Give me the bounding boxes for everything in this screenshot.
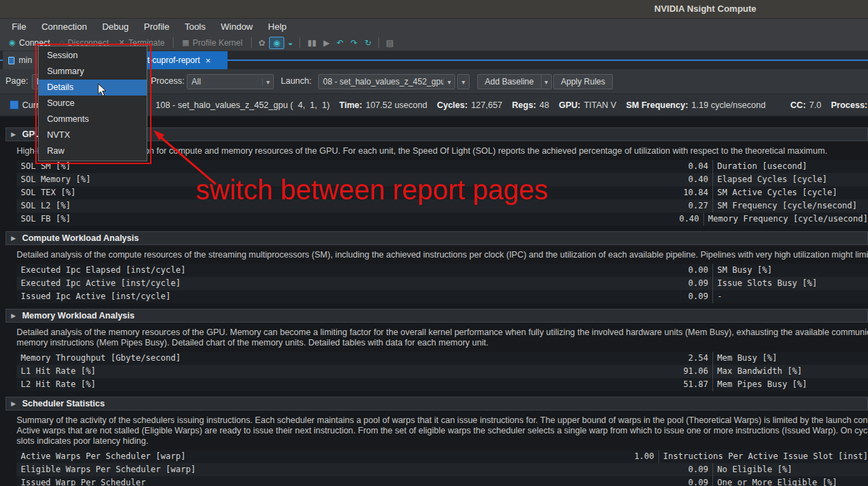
metric-name: SOL SM [%] <box>21 160 71 173</box>
profile-series-icon[interactable]: ◒ <box>284 37 296 48</box>
table-row: Issued Warp Per Scheduler0.09 One or Mor… <box>17 476 868 486</box>
section-header-scheduler-statistics[interactable]: ▶ Scheduler Statistics <box>6 397 868 411</box>
menu-debug[interactable]: Debug <box>95 20 136 34</box>
report-icon[interactable]: ▤ <box>382 37 397 48</box>
expander-icon: ▶ <box>11 235 16 242</box>
metrics-table: Memory Throughput [Gbyte/second]2.54 Mem… <box>17 352 868 391</box>
menu-file[interactable]: File <box>4 20 34 34</box>
page-option-source[interactable]: Source <box>39 96 147 111</box>
kernel-summary-line: 108 - set_halo_values_z_452_gpu ( 4, 1, … <box>156 94 867 116</box>
metric-name-2: SM Active Cycles [cycle] <box>712 186 868 199</box>
metrics-table: Executed Ipc Elapsed [inst/cycle]0.00 SM… <box>17 264 868 303</box>
page-option-nvtx[interactable]: NVTX <box>39 127 147 143</box>
metric-value: 2.54 <box>688 352 708 365</box>
section-description: Detailed analysis of the memory resource… <box>17 327 868 348</box>
process-label: Process: <box>151 76 185 86</box>
annotation-text: switch between report pages <box>196 174 548 206</box>
section-title: Scheduler Statistics <box>22 399 105 408</box>
add-baseline-button[interactable]: Add Baseline ▾ <box>477 74 552 89</box>
page-option-raw[interactable]: Raw <box>39 143 147 159</box>
menu-tools[interactable]: Tools <box>177 20 213 34</box>
auto-profile-icon[interactable]: ◉ <box>269 37 284 49</box>
metric-value: 0.00 <box>688 264 708 277</box>
regs-value: 48 <box>539 100 549 110</box>
launch-history-dropdown-button[interactable]: ▾ <box>457 74 470 89</box>
expander-icon: ▶ <box>11 400 16 407</box>
sm-frequency-label: SM Frequency: <box>626 100 688 110</box>
cycles-label: Cycles: <box>437 100 468 110</box>
time-value: 107.52 usecond <box>366 100 427 110</box>
metric-value: 0.09 <box>688 290 708 303</box>
metric-name: Eligible Warps Per Scheduler [warp] <box>21 463 196 476</box>
tab-cuprof-report[interactable]: t-cuprof-report × <box>142 51 228 69</box>
chevron-down-icon: ▾ <box>443 78 454 86</box>
profiler-settings-icon[interactable]: ✿ <box>255 37 269 48</box>
cc-value: 7.0 <box>809 100 821 110</box>
time-label: Time: <box>340 100 362 110</box>
metric-name-2: Max Bandwidth [%] <box>712 365 868 378</box>
metric-value: 0.09 <box>688 463 708 476</box>
window-title: NVIDIA Nsight Compute <box>654 3 757 14</box>
page-option-summary[interactable]: Summary <box>39 64 147 80</box>
undo-icon[interactable]: ↶ <box>333 37 347 48</box>
tab-close-icon[interactable]: × <box>205 55 211 66</box>
section-description: Detailed analysis of the compute resourc… <box>17 250 868 260</box>
metric-name-2: Mem Busy [%] <box>712 352 868 365</box>
cc-label: CC: <box>791 100 806 110</box>
gpu-label: GPU: <box>559 100 580 110</box>
tab-min-report[interactable]: min <box>3 51 43 69</box>
metric-value: 10.84 <box>683 186 708 199</box>
reload-icon[interactable]: ↻ <box>361 37 375 48</box>
apply-rules-button[interactable]: Apply Rules <box>553 74 613 89</box>
table-row: Active Warps Per Scheduler [warp]1.00 In… <box>17 450 868 463</box>
metric-name-2: No Eligible [%] <box>712 463 868 476</box>
metric-name: Active Warps Per Scheduler [warp] <box>21 450 185 463</box>
kernel-color-indicator[interactable] <box>10 100 19 109</box>
pause-icon[interactable]: ▮▮ <box>304 37 320 48</box>
section-compute-workload-analysis: ▶ Compute Workload Analysis Detailed ana… <box>0 231 868 303</box>
table-row: Executed Ipc Elapsed [inst/cycle]0.00 SM… <box>17 264 868 277</box>
process-combobox[interactable]: All ▾ <box>187 74 274 89</box>
toolbar-separator <box>299 37 300 48</box>
metric-value: 91.06 <box>683 365 708 378</box>
page-option-comments[interactable]: Comments <box>39 111 147 127</box>
menu-profile[interactable]: Profile <box>136 20 177 34</box>
metric-name: SOL Memory [%] <box>21 173 91 186</box>
metric-name: Issued Ipc Active [inst/cycle] <box>21 290 171 303</box>
menu-help[interactable]: Help <box>261 20 295 34</box>
metric-name-2: - <box>712 290 868 303</box>
section-header-compute-workload-analysis[interactable]: ▶ Compute Workload Analysis <box>6 231 868 245</box>
toolbar-separator <box>251 37 252 48</box>
metric-value: 0.40 <box>688 173 708 186</box>
chevron-down-icon: ▾ <box>262 78 273 86</box>
metric-name-2: Memory Frequency [cycle/usecond] <box>703 213 868 226</box>
table-row: Executed Ipc Active [inst/cycle]0.09 Iss… <box>17 277 868 290</box>
section-title: Memory Workload Analysis <box>22 311 135 321</box>
metric-name-2: Mem Pipes Busy [%] <box>712 378 868 391</box>
step-icon[interactable]: ▶ <box>320 37 333 48</box>
section-scheduler-statistics: ▶ Scheduler Statistics Summary of the ac… <box>0 397 868 486</box>
page-option-details[interactable]: Details <box>39 80 147 96</box>
process-info-label: Process: <box>831 100 867 110</box>
chevron-down-icon[interactable]: ▾ <box>541 75 551 89</box>
table-row: Memory Throughput [Gbyte/second]2.54 Mem… <box>17 352 868 365</box>
launch-combobox[interactable]: 08 - set_halo_values_z_452_gpu ▾ <box>318 74 455 89</box>
table-row: Issued Ipc Active [inst/cycle]0.09 - <box>17 290 868 303</box>
section-header-memory-workload-analysis[interactable]: ▶ Memory Workload Analysis <box>6 309 868 323</box>
table-row: Eligible Warps Per Scheduler [warp]0.09 … <box>17 463 868 476</box>
page-option-session[interactable]: Session <box>39 48 147 64</box>
menu-bar: File Connection Debug Profile Tools Wind… <box>0 19 868 35</box>
metric-value: 0.40 <box>679 213 699 226</box>
toolbar-separator <box>378 37 379 48</box>
expander-icon: ▶ <box>11 131 16 138</box>
regs-label: Regs: <box>512 100 536 110</box>
section-title: Compute Workload Analysis <box>22 233 139 243</box>
menu-window[interactable]: Window <box>213 20 260 34</box>
metric-name-2: Elapsed Cycles [cycle] <box>712 173 868 186</box>
metric-name-2: SM Frequency [cycle/nsecond] <box>712 199 868 213</box>
menu-connection[interactable]: Connection <box>34 20 95 34</box>
profile-kernel-button[interactable]: ▦ Profile Kernel <box>177 37 247 49</box>
metric-name: L1 Hit Rate [%] <box>21 365 95 378</box>
redo-icon[interactable]: ↷ <box>347 37 361 48</box>
table-row: L2 Hit Rate [%]51.87 Mem Pipes Busy [%] <box>17 378 868 391</box>
